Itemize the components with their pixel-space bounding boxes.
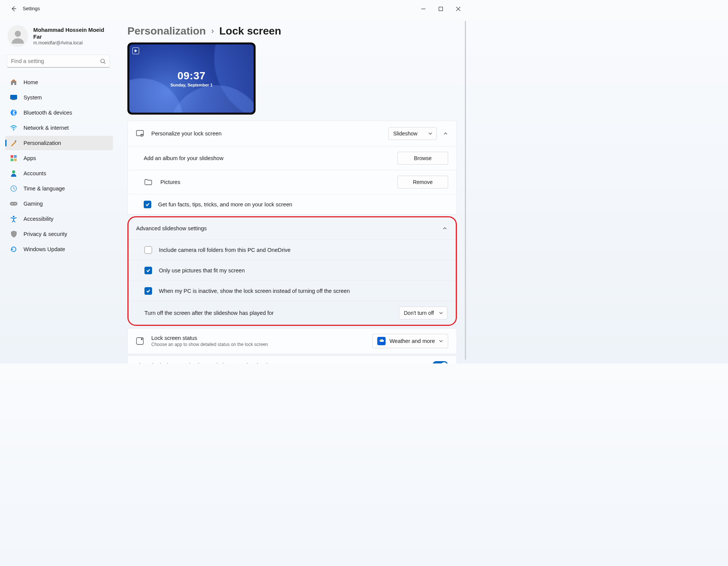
weather-icon — [377, 337, 386, 345]
maximize-icon — [439, 7, 443, 11]
advanced-header-row[interactable]: Advanced slideshow settings — [129, 217, 456, 239]
nav-accessibility[interactable]: Accessibility — [5, 212, 113, 226]
svg-point-4 — [15, 31, 21, 37]
inactive-checkbox[interactable] — [144, 287, 152, 295]
dropdown-value: Slideshow — [393, 130, 417, 137]
svg-point-16 — [12, 170, 15, 173]
svg-rect-13 — [14, 155, 17, 158]
camera-roll-row[interactable]: Include camera roll folders from this PC… — [129, 239, 456, 260]
status-row[interactable]: Lock screen status Choose an app to show… — [128, 329, 457, 354]
avatar — [8, 25, 28, 47]
inactive-row[interactable]: When my PC is inactive, show the lock sc… — [129, 280, 456, 301]
back-button[interactable] — [8, 3, 19, 14]
status-panel: Lock screen status Choose an app to show… — [127, 328, 457, 354]
update-icon — [10, 245, 17, 253]
fit-screen-row[interactable]: Only use pictures that fit my screen — [129, 260, 456, 280]
status-app-dropdown[interactable]: Weather and more — [372, 334, 448, 348]
nav-gaming[interactable]: Gaming — [5, 197, 113, 211]
nav-time[interactable]: Time & language — [5, 181, 113, 196]
signin-row: Show the lock screen background picture … — [128, 356, 457, 363]
chevron-down-icon — [439, 339, 443, 343]
search-box[interactable] — [7, 55, 110, 68]
nav-label: Privacy & security — [24, 231, 67, 237]
window-controls — [414, 0, 467, 17]
breadcrumb-parent[interactable]: Personalization — [127, 25, 206, 37]
nav-accounts[interactable]: Accounts — [5, 166, 113, 181]
signin-label: Show the lock screen background picture … — [135, 362, 289, 363]
nav-apps[interactable]: Apps — [5, 151, 113, 165]
nav-list: Home System Bluetooth & devices Network … — [0, 74, 116, 256]
search-input[interactable] — [11, 58, 100, 64]
signin-toggle[interactable] — [432, 361, 448, 363]
fun-facts-row[interactable]: Get fun facts, tips, tricks, and more on… — [128, 194, 457, 214]
remove-button[interactable]: Remove — [397, 176, 448, 189]
personalize-dropdown[interactable]: Slideshow — [388, 127, 437, 140]
lock-screen-preview: 09:37 Sunday, September 1 — [127, 42, 256, 115]
privacy-icon — [10, 230, 17, 238]
nav-label: Home — [24, 79, 38, 85]
nav-label: Time & language — [24, 186, 65, 192]
picture-lock-icon — [135, 130, 144, 137]
nav-update[interactable]: Windows Update — [5, 242, 113, 256]
personalization-icon — [10, 139, 17, 147]
nav-network[interactable]: Network & internet — [5, 121, 113, 135]
svg-rect-14 — [11, 159, 13, 161]
nav-label: Accounts — [24, 170, 46, 176]
svg-rect-12 — [11, 155, 13, 158]
nav-label: Gaming — [24, 201, 43, 207]
advanced-header-label: Advanced slideshow settings — [136, 225, 207, 231]
signin-panel: Show the lock screen background picture … — [127, 355, 457, 363]
nav-personalization[interactable]: Personalization — [5, 136, 113, 150]
maximize-button[interactable] — [432, 0, 449, 17]
bluetooth-icon — [10, 109, 17, 116]
minimize-button[interactable] — [414, 0, 432, 17]
camera-roll-label: Include camera roll folders from this PC… — [159, 247, 290, 253]
arrow-left-icon — [11, 6, 17, 12]
scrollbar[interactable] — [465, 21, 466, 360]
folder-icon — [144, 179, 153, 185]
svg-rect-18 — [10, 202, 17, 206]
status-subtitle: Choose an app to show detailed status on… — [151, 342, 268, 347]
nav-privacy[interactable]: Privacy & security — [5, 227, 113, 241]
turn-off-dropdown[interactable]: Don't turn off — [399, 307, 447, 319]
nav-label: Network & internet — [24, 125, 69, 131]
svg-point-21 — [13, 216, 15, 218]
nav-home[interactable]: Home — [5, 75, 113, 90]
svg-point-20 — [15, 203, 16, 204]
album-folder-row: Pictures Remove — [128, 170, 457, 194]
fit-screen-checkbox[interactable] — [144, 267, 152, 274]
inactive-label: When my PC is inactive, show the lock sc… — [159, 288, 350, 294]
close-icon — [456, 7, 460, 11]
nav-bluetooth[interactable]: Bluetooth & devices — [5, 105, 113, 120]
camera-roll-checkbox[interactable] — [144, 246, 152, 254]
turn-off-row: Turn off the screen after the slideshow … — [129, 301, 456, 325]
svg-rect-8 — [12, 99, 16, 100]
close-button[interactable] — [449, 0, 467, 17]
add-album-row: Add an album for your slideshow Browse — [128, 146, 457, 170]
browse-button[interactable]: Browse — [397, 152, 448, 165]
preview-date: Sunday, September 1 — [170, 83, 212, 87]
status-title: Lock screen status — [151, 335, 268, 341]
gaming-icon — [10, 200, 17, 208]
window-title: Settings — [23, 6, 40, 11]
home-icon — [10, 79, 17, 86]
nav-label: Windows Update — [24, 246, 65, 252]
advanced-collapse-button[interactable] — [442, 226, 447, 231]
add-album-label: Add an album for your slideshow — [144, 155, 223, 161]
check-icon — [145, 202, 150, 207]
profile-block[interactable]: Mohammad Hossein Moeid Far m.moeidfar@Av… — [0, 21, 116, 53]
status-icon — [135, 337, 144, 345]
fun-facts-checkbox[interactable] — [144, 201, 151, 208]
profile-name: Mohammad Hossein Moeid Far — [33, 27, 108, 40]
search-icon — [100, 58, 106, 64]
chevron-down-icon — [428, 131, 433, 136]
collapse-button[interactable] — [443, 131, 448, 136]
check-icon — [146, 268, 151, 273]
nav-label: Accessibility — [24, 216, 53, 222]
profile-email: m.moeidfar@Avina.local — [33, 40, 108, 46]
personalize-row[interactable]: Personalize your lock screen Slideshow — [128, 121, 457, 146]
chevron-down-icon — [439, 311, 443, 315]
nav-system[interactable]: System — [5, 90, 113, 105]
dropdown-value: Don't turn off — [404, 310, 434, 316]
svg-rect-15 — [14, 159, 17, 161]
